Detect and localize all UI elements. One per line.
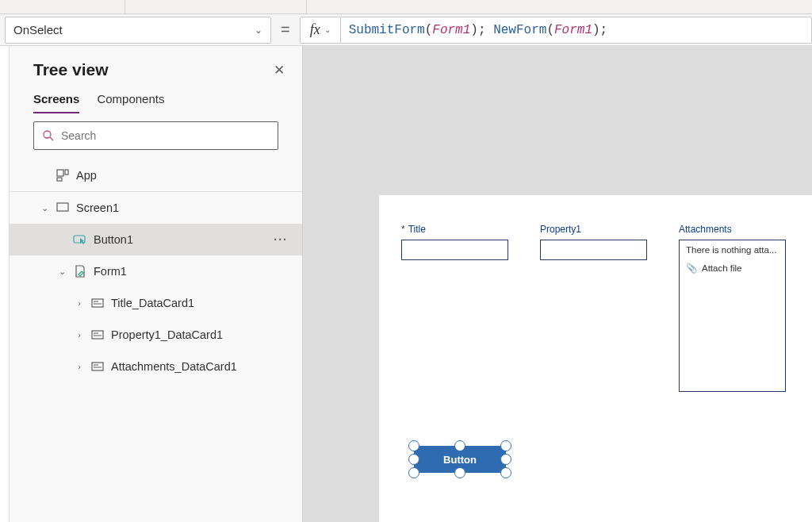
app-canvas[interactable]: * Title Property1 Attachments — [379, 195, 812, 522]
main-area: Tree view ✕ Screens Components › App — [0, 46, 812, 522]
search-input[interactable] — [33, 121, 278, 150]
field-attachments: Attachments There is nothing atta... 📎 A… — [679, 224, 786, 392]
tree-node-attachments-datacard[interactable]: › Attachments_DataCard1 — [10, 351, 302, 382]
selected-button-control[interactable]: Button — [414, 446, 506, 473]
tree-node-screen1[interactable]: ⌄ Screen1 — [10, 192, 302, 224]
tree-node-form1[interactable]: ⌄ Form1 — [10, 255, 302, 287]
svg-rect-2 — [57, 170, 63, 176]
datacard-icon — [90, 296, 105, 310]
button1-label: Button — [443, 454, 477, 466]
chevron-right-icon[interactable]: › — [75, 330, 84, 340]
field-property1: Property1 — [540, 224, 647, 392]
resize-handle-icon[interactable] — [408, 440, 419, 451]
formula-token: ) — [470, 23, 478, 37]
fx-button[interactable]: fx ⌄ — [300, 17, 341, 44]
property-dropdown-label: OnSelect — [13, 23, 63, 36]
svg-rect-13 — [92, 363, 103, 370]
formula-token: Form1 — [432, 23, 470, 37]
field-label-text: Title — [408, 224, 426, 235]
tree-node-app[interactable]: › App — [10, 159, 302, 191]
resize-handle-icon[interactable] — [500, 467, 511, 478]
datacard-icon — [90, 359, 105, 374]
field-label-text: Attachments — [679, 224, 732, 235]
tree-node-label: Form1 — [94, 265, 288, 278]
resize-handle-icon[interactable] — [454, 467, 465, 478]
tree-node-title-datacard[interactable]: › Title_DataCard1 — [10, 287, 302, 319]
svg-rect-10 — [92, 331, 103, 339]
svg-rect-4 — [57, 178, 62, 181]
svg-rect-5 — [57, 203, 68, 211]
formula-token: ) — [592, 23, 600, 37]
title-input[interactable] — [401, 240, 508, 260]
property-dropdown[interactable]: OnSelect ⌄ — [5, 17, 271, 44]
fx-label: fx — [310, 21, 320, 38]
formula-token: ( — [546, 23, 554, 37]
field-label-text: Property1 — [540, 224, 581, 235]
tree-node-label: Attachments_DataCard1 — [111, 360, 288, 373]
attach-file-row[interactable]: 📎 Attach file — [686, 263, 779, 274]
tab-screens[interactable]: Screens — [33, 92, 79, 113]
resize-handle-icon[interactable] — [500, 440, 511, 451]
form-icon — [73, 264, 87, 278]
formula-token: NewForm — [493, 23, 546, 37]
screen-icon — [56, 201, 70, 215]
resize-handle-icon[interactable] — [454, 440, 465, 451]
app-icon — [56, 168, 70, 182]
tree-node-label: App — [76, 169, 288, 182]
paperclip-icon: 📎 — [686, 263, 697, 274]
formula-token: ; — [478, 23, 486, 37]
equals-sign: = — [271, 21, 300, 39]
tree-node-label: Title_DataCard1 — [111, 297, 288, 309]
tree-view-title: Tree view — [33, 60, 109, 79]
tree-node-label: Screen1 — [76, 202, 288, 214]
svg-rect-3 — [65, 170, 68, 175]
svg-rect-6 — [74, 236, 85, 243]
tree-node-label: Property1_DataCard1 — [111, 328, 288, 341]
svg-rect-7 — [92, 299, 103, 307]
tree-list: › App ⌄ Screen1 › — [10, 159, 302, 382]
field-title: * Title — [401, 224, 508, 392]
ribbon-placeholder — [0, 0, 812, 14]
formula-token: Form1 — [554, 23, 592, 37]
svg-line-1 — [50, 137, 53, 140]
close-icon[interactable]: ✕ — [274, 62, 285, 79]
chevron-down-icon: ⌄ — [324, 25, 331, 34]
attach-file-label: Attach file — [702, 263, 742, 273]
form1: * Title Property1 Attachments — [401, 224, 812, 392]
resize-handle-icon[interactable] — [500, 454, 511, 465]
formula-token — [486, 23, 494, 37]
chevron-right-icon[interactable]: › — [75, 362, 84, 371]
canvas-area[interactable]: * Title Property1 Attachments — [303, 46, 812, 522]
search-field[interactable] — [61, 129, 270, 142]
tab-components[interactable]: Components — [97, 92, 164, 113]
property1-input[interactable] — [540, 240, 647, 260]
datacard-icon — [90, 328, 105, 342]
resize-handle-icon[interactable] — [408, 454, 419, 465]
chevron-right-icon[interactable]: › — [75, 298, 84, 308]
chevron-down-icon[interactable]: ⌄ — [57, 267, 67, 277]
formula-bar: OnSelect ⌄ = fx ⌄ SubmitForm(Form1); New… — [0, 14, 812, 46]
required-indicator: * — [401, 224, 405, 235]
attachments-box[interactable]: There is nothing atta... 📎 Attach file — [679, 240, 786, 392]
resize-handle-icon[interactable] — [408, 467, 419, 478]
left-rail — [0, 46, 10, 522]
more-icon[interactable]: ··· — [274, 233, 288, 246]
button-icon — [73, 232, 87, 247]
chevron-down-icon: ⌄ — [255, 25, 262, 36]
formula-token: SubmitForm — [349, 23, 425, 37]
tree-node-label: Button1 — [94, 233, 267, 246]
tree-node-button1[interactable]: › Button1 ··· — [10, 224, 302, 255]
tree-view-panel: Tree view ✕ Screens Components › App — [10, 46, 303, 522]
tree-node-property1-datacard[interactable]: › Property1_DataCard1 — [10, 319, 302, 351]
formula-input[interactable]: SubmitForm(Form1); NewForm(Form1); — [341, 17, 812, 44]
formula-token: ; — [600, 23, 608, 37]
attachments-empty-text: There is nothing atta... — [686, 245, 779, 255]
chevron-down-icon[interactable]: ⌄ — [40, 203, 49, 213]
svg-point-0 — [44, 131, 51, 138]
formula-token: ( — [425, 23, 433, 37]
search-icon — [42, 129, 55, 142]
